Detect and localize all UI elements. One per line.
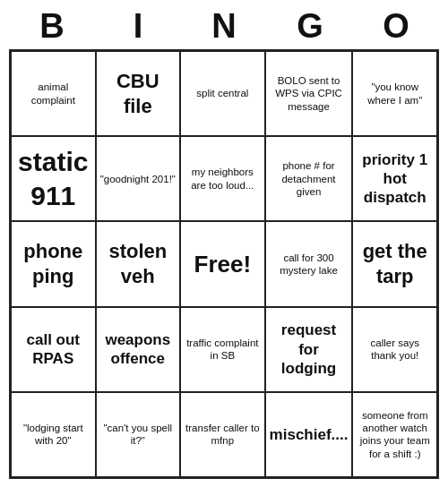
bingo-cell-10[interactable]: phone ping: [11, 221, 96, 306]
bingo-cell-18[interactable]: request for lodging: [265, 307, 353, 392]
bingo-cell-23[interactable]: mischief....: [265, 392, 353, 477]
letter-b: B: [13, 7, 90, 46]
bingo-cell-16[interactable]: weapons offence: [96, 307, 181, 392]
bingo-cell-14[interactable]: get the tarp: [352, 221, 437, 306]
bingo-cell-11[interactable]: stolen veh: [96, 221, 181, 306]
bingo-cell-9[interactable]: priority 1 hot dispatch: [352, 136, 437, 221]
letter-n: N: [185, 7, 263, 46]
bingo-cell-5[interactable]: static 911: [11, 136, 96, 221]
bingo-cell-19[interactable]: caller says thank you!: [352, 307, 437, 392]
bingo-cell-8[interactable]: phone # for detachment given: [265, 136, 353, 221]
bingo-cell-1[interactable]: CBU file: [96, 51, 181, 136]
letter-g: G: [271, 7, 349, 46]
bingo-cell-21[interactable]: "can't you spell it?": [96, 392, 181, 477]
bingo-cell-7[interactable]: my neighbors are too loud...: [180, 136, 265, 221]
bingo-cell-6[interactable]: "goodnight 201!": [96, 136, 181, 221]
bingo-cell-24[interactable]: someone from another watch joins your te…: [352, 392, 437, 477]
bingo-cell-3[interactable]: BOLO sent to WPS via CPIC message: [265, 51, 353, 136]
bingo-cell-15[interactable]: call out RPAS: [11, 307, 96, 392]
bingo-cell-0[interactable]: animal complaint: [11, 51, 96, 136]
bingo-cell-22[interactable]: transfer caller to mfnp: [180, 392, 265, 477]
bingo-cell-13[interactable]: call for 300 mystery lake: [265, 221, 353, 306]
bingo-grid: animal complaintCBU filesplit centralBOL…: [9, 49, 439, 479]
letter-i: I: [99, 7, 177, 46]
bingo-cell-20[interactable]: "lodging start with 20": [11, 392, 96, 477]
bingo-title: B I N G O: [9, 0, 439, 49]
letter-o: O: [358, 7, 435, 46]
bingo-cell-17[interactable]: traffic complaint in SB: [180, 307, 265, 392]
bingo-cell-2[interactable]: split central: [180, 51, 265, 136]
bingo-cell-4[interactable]: "you know where I am": [352, 51, 437, 136]
bingo-cell-12[interactable]: Free!: [180, 221, 265, 306]
